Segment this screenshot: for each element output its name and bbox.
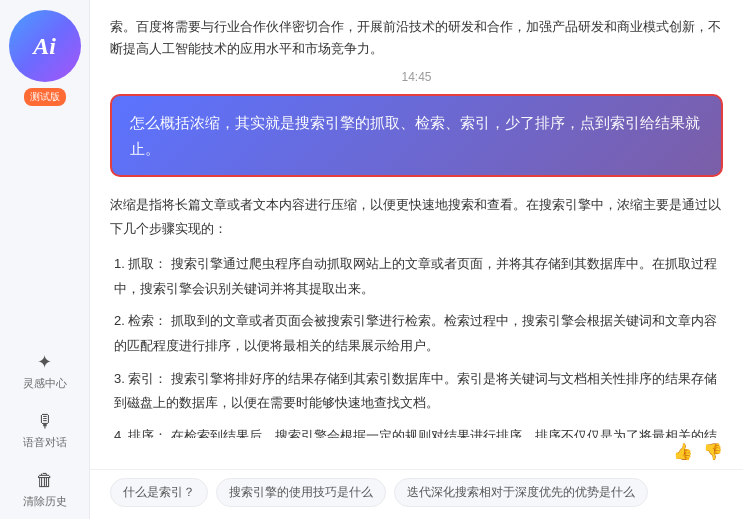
logo-text: Ai: [33, 33, 56, 60]
sidebar: Ai 测试版 ✦ 灵感中心 🎙 语音对话 🗑 清除历史: [0, 0, 90, 519]
partial-text: 索。百度将需要与行业合作伙伴密切合作，开展前沿技术的研发和合作，加强产品研发和商…: [110, 16, 723, 60]
list-num-2: 2. 检索：: [114, 313, 167, 328]
sidebar-label-inspiration: 灵感中心: [23, 376, 67, 391]
timestamp: 14:45: [110, 70, 723, 84]
question-bubble: 怎么概括浓缩，其实就是搜索引擎的抓取、检索、索引，少了排序，点到索引给结果就止。: [110, 94, 723, 177]
list-text-2: 抓取到的文章或者页面会被搜索引擎进行检索。检索过程中，搜索引擎会根据关键词和文章…: [114, 313, 717, 353]
chat-area[interactable]: 索。百度将需要与行业合作伙伴密切合作，开展前沿技术的研发和合作，加强产品研发和商…: [90, 0, 743, 438]
suggestions-row: 什么是索引？ 搜索引擎的使用技巧是什么 迭代深化搜索相对于深度优先的优势是什么: [90, 469, 743, 519]
list-item: 4. 排序： 在检索到结果后，搜索引擎会根据一定的规则对结果进行排序。排序不仅仅…: [114, 424, 723, 438]
list-num-3: 3. 索引：: [114, 371, 167, 386]
list-text-1: 搜索引擎通过爬虫程序自动抓取网站上的文章或者页面，并将其存储到其数据库中。在抓取…: [114, 256, 717, 296]
sidebar-item-clear[interactable]: 🗑 清除历史: [0, 460, 89, 519]
list-num-4: 4. 排序：: [114, 428, 167, 438]
version-badge: 测试版: [24, 88, 66, 106]
list-text-4: 在检索到结果后，搜索引擎会根据一定的规则对结果进行排序。排序不仅仅是为了将最相关…: [114, 428, 717, 438]
sidebar-item-voice[interactable]: 🎙 语音对话: [0, 401, 89, 460]
answer-intro: 浓缩是指将长篇文章或者文本内容进行压缩，以便更快速地搜索和查看。在搜索引擎中，浓…: [110, 193, 723, 240]
dislike-button[interactable]: 👎: [703, 442, 723, 461]
suggestion-chip-2[interactable]: 搜索引擎的使用技巧是什么: [216, 478, 386, 507]
sidebar-item-inspiration[interactable]: ✦ 灵感中心: [0, 341, 89, 401]
list-item: 3. 索引： 搜索引擎将排好序的结果存储到其索引数据库中。索引是将关键词与文档相…: [114, 367, 723, 416]
sidebar-label-clear: 清除历史: [23, 494, 67, 509]
suggestion-chip-1[interactable]: 什么是索引？: [110, 478, 208, 507]
voice-icon: 🎙: [36, 411, 54, 432]
inspiration-icon: ✦: [37, 351, 52, 373]
answer-list: 1. 抓取： 搜索引擎通过爬虫程序自动抓取网站上的文章或者页面，并将其存储到其数…: [110, 252, 723, 438]
list-item: 1. 抓取： 搜索引擎通过爬虫程序自动抓取网站上的文章或者页面，并将其存储到其数…: [114, 252, 723, 301]
list-text-3: 搜索引擎将排好序的结果存储到其索引数据库中。索引是将关键词与文档相关性排序的结果…: [114, 371, 717, 411]
list-num-1: 1. 抓取：: [114, 256, 167, 271]
list-item: 2. 检索： 抓取到的文章或者页面会被搜索引擎进行检索。检索过程中，搜索引擎会根…: [114, 309, 723, 358]
action-row: 👍 👎: [90, 438, 743, 469]
main-content: 索。百度将需要与行业合作伙伴密切合作，开展前沿技术的研发和合作，加强产品研发和商…: [90, 0, 743, 519]
like-button[interactable]: 👍: [673, 442, 693, 461]
logo: Ai: [9, 10, 81, 82]
suggestion-chip-3[interactable]: 迭代深化搜索相对于深度优先的优势是什么: [394, 478, 648, 507]
clear-icon: 🗑: [36, 470, 54, 491]
sidebar-label-voice: 语音对话: [23, 435, 67, 450]
